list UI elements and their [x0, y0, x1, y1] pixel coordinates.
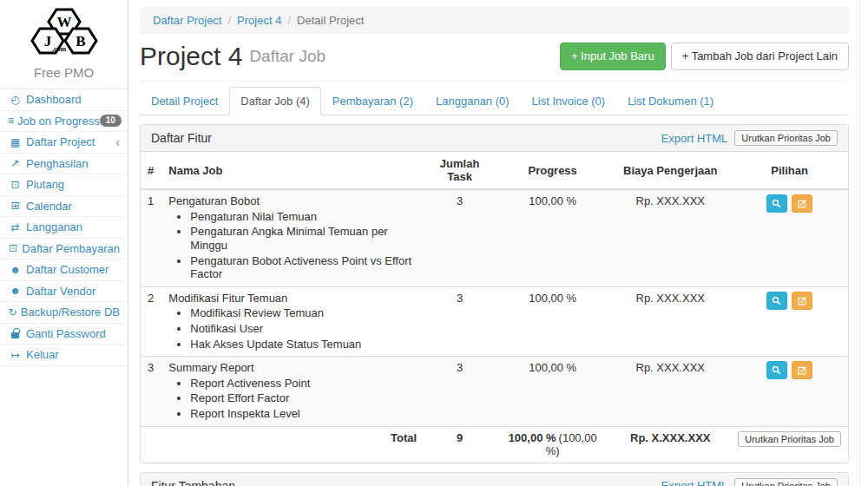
dashboard-icon: ◴: [8, 93, 23, 106]
sidebar-item-daftar-customer[interactable]: ☻ Daftar Customer: [0, 259, 128, 281]
biaya-cell: Rp. XXX.XXX: [609, 286, 731, 356]
sidebar-item-ganti-password[interactable]: Ganti Password: [0, 324, 128, 345]
page-subtitle: Daftar Job: [249, 47, 326, 66]
view-job-button[interactable]: [766, 194, 787, 213]
total-progress: 100,00 %(100,00 %): [496, 426, 609, 463]
scrollbar-track[interactable]: [859, 0, 868, 486]
subtask: Pengaturan Bobot Activeness Point vs Eff…: [190, 254, 417, 281]
total-label: Total: [161, 426, 424, 463]
jumlah-task-cell: 3: [424, 189, 496, 286]
subtask: Modifikasi Review Temuan: [190, 306, 417, 320]
table-row: 2 Modifikasi Fitur Temuan Modifikasi Rev…: [141, 286, 848, 356]
sidebar-item-dashboard[interactable]: ◴ Dashboard: [0, 89, 128, 111]
svg-text:.com: .com: [51, 45, 66, 53]
sidebar-item-label: Keluar: [26, 348, 59, 361]
tasks-icon: ≡: [8, 115, 14, 128]
column-header: Pilihan: [731, 152, 848, 189]
tab-detail-project[interactable]: Detail Project: [140, 87, 229, 115]
daftar-fitur-table: # Nama Job Jumlah Task Progress Biaya Pe…: [141, 152, 848, 463]
tab-daftar-job[interactable]: Daftar Job (4): [229, 87, 320, 115]
subtask-list: Modifikasi Review Temuan Notifikasi User…: [179, 306, 417, 351]
column-header: Biaya Pengerjaan: [609, 152, 731, 189]
table-row: 1 Pengaturan Bobot Pengaturan Nilai Temu…: [141, 189, 848, 286]
sidebar-item-daftar-project[interactable]: ▦ Daftar Project ‹: [0, 132, 128, 154]
project-tabs: Detail Project Daftar Job (4) Pembayaran…: [140, 87, 849, 115]
users-icon: ☻: [8, 263, 23, 276]
sidebar-item-calendar[interactable]: ⊞ Calendar: [0, 196, 128, 218]
sidebar-item-label: Piutang: [26, 178, 64, 191]
progress-cell: 100,00 %: [496, 286, 609, 356]
sidebar-item-daftar-vendor[interactable]: ☻ Daftar Vendor: [0, 281, 128, 303]
tab-langganan[interactable]: Langganan (0): [424, 87, 521, 115]
job-count-badge: 10: [100, 115, 122, 127]
sidebar-item-job-on-progress[interactable]: ≡ Job on Progress 10: [0, 111, 128, 133]
export-html-link[interactable]: Export HTML: [661, 132, 728, 145]
sidebar-item-label: Job on Progress: [17, 115, 100, 128]
edit-job-button[interactable]: [792, 361, 812, 379]
sidebar-item-keluar[interactable]: ↦ Keluar: [0, 345, 128, 366]
progress-cell: 100,00 %: [496, 189, 609, 286]
panel-title: Daftar Fitur: [151, 131, 212, 145]
job-name: Pengaturan Bobot: [168, 194, 417, 208]
column-header: #: [141, 152, 161, 189]
refresh-icon: ↻: [8, 305, 17, 319]
subtask: Notifikasi User: [190, 322, 417, 336]
users-icon: ☻: [8, 285, 23, 298]
input-job-baru-button[interactable]: + Input Job Baru: [560, 43, 666, 70]
search-icon: [772, 199, 781, 208]
sidebar-item-label: Daftar Project: [26, 135, 95, 148]
sidebar-item-label: Daftar Pembayaran: [22, 242, 120, 255]
export-html-link[interactable]: Export HTML: [661, 479, 728, 486]
subtask: Report Activeness Point: [190, 377, 417, 391]
panel-fitur-tambahan: Fitur Tambahan Export HTML Urutkan Prior…: [140, 472, 849, 486]
sidebar-item-daftar-pembayaran[interactable]: ⊡ Daftar Pembayaran: [0, 239, 128, 260]
edit-job-button[interactable]: [792, 292, 812, 310]
chevron-left-icon: ‹: [115, 136, 120, 148]
job-name: Summary Report: [168, 361, 417, 375]
panel-daftar-fitur: Daftar Fitur Export HTML Urutkan Priorit…: [140, 124, 849, 463]
edit-icon: [798, 365, 807, 375]
sidebar-item-backup-restore-db[interactable]: ↻ Backup/Restore DB: [0, 302, 128, 324]
panel-title: Fitur Tambahan: [151, 479, 235, 486]
total-jumlah: 9: [424, 426, 496, 463]
tab-list-dokumen[interactable]: List Dokumen (1): [616, 87, 725, 115]
sidebar-item-label: Penghasilan: [26, 157, 89, 170]
sidebar-item-label: Daftar Vendor: [26, 285, 95, 298]
tambah-job-dari-project-lain-button[interactable]: + Tambah Job dari Project Lain: [671, 43, 849, 70]
sidebar-item-penghasilan[interactable]: ↗ Penghasilan: [0, 154, 128, 175]
jumlah-task-cell: 3: [424, 286, 496, 356]
jwb-logo-icon: W J B .com: [19, 7, 109, 59]
panel-heading: Fitur Tambahan Export HTML Urutkan Prior…: [141, 473, 848, 486]
sidebar-item-label: Langganan: [26, 220, 82, 233]
money-icon: ⊡: [8, 178, 23, 191]
money-icon: ⊡: [8, 242, 18, 255]
search-icon: [772, 296, 781, 305]
sidebar-menu: ◴ Dashboard ≡ Job on Progress 10 ▦ Dafta…: [0, 89, 128, 366]
urutkan-prioritas-job-button[interactable]: Urutkan Prioritas Job: [734, 478, 838, 486]
total-biaya: Rp. X.XXX.XXX: [609, 426, 731, 463]
urutkan-prioritas-job-button[interactable]: Urutkan Prioritas Job: [734, 130, 838, 146]
progress-cell: 100,00 %: [496, 357, 609, 426]
sidebar-item-langganan[interactable]: ⇄ Langganan: [0, 217, 128, 239]
breadcrumb-link-project-4[interactable]: Project 4: [237, 14, 281, 27]
search-icon: [772, 365, 781, 375]
sign-out-icon: ↦: [8, 348, 23, 361]
view-job-button[interactable]: [766, 361, 787, 379]
view-job-button[interactable]: [766, 292, 787, 310]
svg-text:B: B: [76, 33, 85, 49]
sidebar: W J B .com Free PMO ◴ Dashboard ≡ Job on…: [0, 0, 128, 486]
sidebar-item-piutang[interactable]: ⊡ Piutang: [0, 174, 128, 196]
svg-text:J: J: [43, 33, 51, 49]
breadcrumb-link-daftar-project[interactable]: Daftar Project: [153, 14, 221, 27]
sidebar-item-label: Calendar: [26, 200, 72, 213]
brand-name: Free PMO: [0, 63, 128, 89]
tab-pembayaran[interactable]: Pembayaran (2): [321, 87, 424, 115]
table-icon: ▦: [8, 135, 23, 148]
urutkan-prioritas-job-button[interactable]: Urutkan Prioritas Job: [738, 431, 841, 447]
edit-job-button[interactable]: [792, 194, 812, 213]
subtask: Pengaturan Nilai Temuan: [190, 210, 417, 224]
app-logo[interactable]: W J B .com: [0, 0, 128, 63]
jumlah-task-cell: 3: [424, 357, 496, 426]
tab-list-invoice[interactable]: List Invoice (0): [521, 87, 617, 115]
exchange-icon: ⇄: [8, 220, 23, 233]
